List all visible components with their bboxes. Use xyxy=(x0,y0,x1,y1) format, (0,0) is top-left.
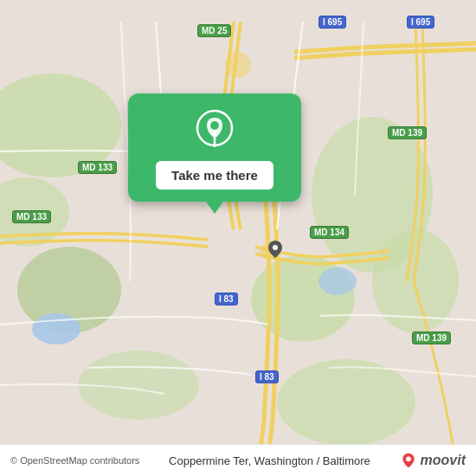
road-label-md139-2: MD 139 xyxy=(412,331,451,344)
road-label-i83-2: I 83 xyxy=(255,370,279,383)
moovit-logo-svg xyxy=(400,452,417,469)
road-label-md133-2: MD 133 xyxy=(12,210,51,223)
road-label-md139-1: MD 139 xyxy=(388,126,427,139)
map-background xyxy=(0,0,476,476)
moovit-logo: moovit xyxy=(400,452,466,469)
bottom-bar: © OpenStreetMap contributors Coppermine … xyxy=(0,444,476,476)
svg-point-11 xyxy=(225,52,251,78)
svg-point-15 xyxy=(210,121,219,130)
pin-icon-container xyxy=(196,109,234,151)
road-label-md25: MD 25 xyxy=(197,24,231,37)
svg-point-9 xyxy=(32,313,80,344)
svg-point-16 xyxy=(273,245,278,250)
moovit-text: moovit xyxy=(421,453,466,468)
svg-point-8 xyxy=(277,359,415,446)
secondary-pin xyxy=(268,241,282,261)
popup-card: Take me there xyxy=(128,93,301,202)
road-label-i695-2: I 695 xyxy=(407,16,434,29)
location-label: Coppermine Ter, Washington / Baltimore xyxy=(169,454,370,467)
take-me-there-button[interactable]: Take me there xyxy=(156,161,273,190)
location-pin-icon xyxy=(196,109,234,147)
road-label-md133-1: MD 133 xyxy=(78,161,117,174)
road-label-md134: MD 134 xyxy=(310,226,349,239)
osm-attribution: © OpenStreetMap contributors xyxy=(10,455,139,466)
svg-point-17 xyxy=(406,456,411,461)
road-label-i83-1: I 83 xyxy=(215,293,238,306)
map-container: I 695 I 695 MD 25 MD 133 MD 133 MD 134 M… xyxy=(0,0,476,476)
svg-point-10 xyxy=(318,267,357,295)
road-label-i695-1: I 695 xyxy=(318,16,346,29)
